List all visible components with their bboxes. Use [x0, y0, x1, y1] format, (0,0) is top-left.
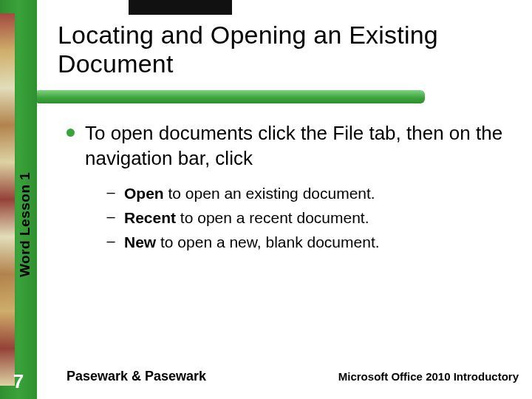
bullet-item: To open documents click the File tab, th… [66, 121, 517, 171]
vertical-label: Word Lesson 1 [17, 129, 33, 277]
slide-body: To open documents click the File tab, th… [66, 121, 517, 256]
dash-icon: – [106, 233, 115, 250]
sub-text: Recent to open a recent document. [124, 208, 369, 228]
footer-right: Microsoft Office 2010 Introductory [338, 370, 519, 383]
sub-item: – New to open a new, blank document. [106, 232, 517, 252]
sub-text: New to open a new, blank document. [124, 232, 380, 252]
sub-list: – Open to open an existing document. – R… [106, 183, 517, 253]
footer-left: Pasewark & Pasewark [66, 369, 206, 384]
dash-icon: – [106, 208, 115, 225]
sidebar: Word Lesson 1 7 [0, 0, 37, 399]
slide: Word Lesson 1 7 Locating and Opening an … [0, 0, 532, 399]
bullet-text: To open documents click the File tab, th… [85, 121, 517, 171]
slide-title: Locating and Opening an Existing Documen… [58, 21, 516, 78]
bullet-icon [66, 129, 75, 137]
sidebar-decorative-art [0, 13, 15, 386]
dash-icon: – [106, 184, 115, 201]
sub-item: – Open to open an existing document. [106, 183, 517, 203]
sub-text: Open to open an existing document. [124, 183, 375, 203]
page-number: 7 [0, 370, 37, 393]
sub-item: – Recent to open a recent document. [106, 208, 517, 228]
top-accent-bar [129, 0, 232, 15]
title-underline [37, 90, 425, 103]
